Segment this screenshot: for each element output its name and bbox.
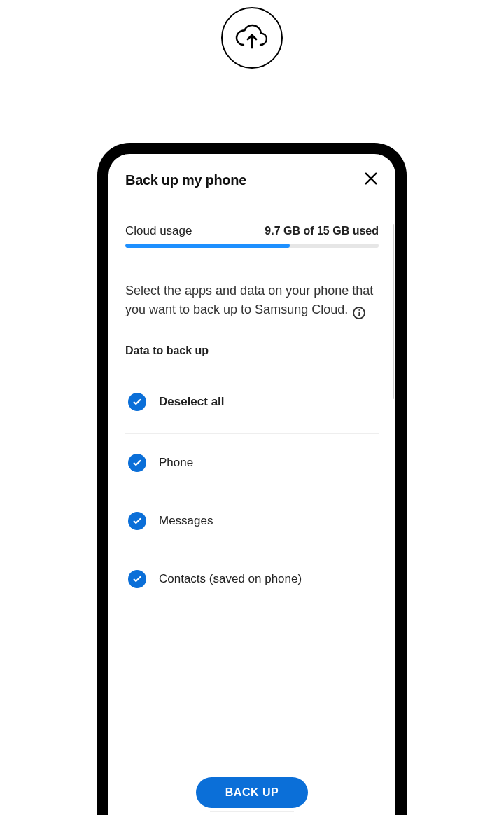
page-title: Back up my phone	[125, 172, 246, 188]
divider	[210, 811, 294, 812]
phone-screen: Back up my phone Cloud usage 9.7 GB of 1…	[108, 154, 396, 815]
cloud-usage-bar	[125, 244, 379, 248]
list-item-label: Contacts (saved on phone)	[159, 572, 302, 586]
close-icon[interactable]	[363, 171, 379, 189]
info-icon[interactable]: i	[353, 307, 365, 319]
list-item-contacts[interactable]: Contacts (saved on phone)	[125, 550, 379, 608]
list-item-phone[interactable]: Phone	[125, 434, 379, 492]
instructions-content: Select the apps and data on your phone t…	[125, 284, 373, 316]
list-item-label: Messages	[159, 514, 213, 528]
cloud-upload-icon	[221, 7, 283, 69]
cloud-usage-label: Cloud usage	[125, 224, 192, 238]
checkmark-icon	[128, 393, 146, 411]
list-item-deselect-all[interactable]: Deselect all	[125, 370, 379, 434]
list-item-messages[interactable]: Messages	[125, 492, 379, 550]
checkmark-icon	[128, 512, 146, 530]
list-item-label: Phone	[159, 456, 193, 470]
instructions-text: Select the apps and data on your phone t…	[125, 281, 379, 319]
backup-button[interactable]: BACK UP	[196, 777, 308, 808]
data-to-back-up-header: Data to back up	[125, 344, 379, 357]
cloud-usage-value: 9.7 GB of 15 GB used	[265, 225, 379, 237]
list-item-label: Deselect all	[159, 395, 225, 409]
scroll-indicator	[393, 224, 394, 399]
cloud-usage-fill	[125, 244, 290, 248]
checkmark-icon	[128, 454, 146, 472]
phone-frame: Back up my phone Cloud usage 9.7 GB of 1…	[97, 143, 407, 815]
checkmark-icon	[128, 570, 146, 588]
